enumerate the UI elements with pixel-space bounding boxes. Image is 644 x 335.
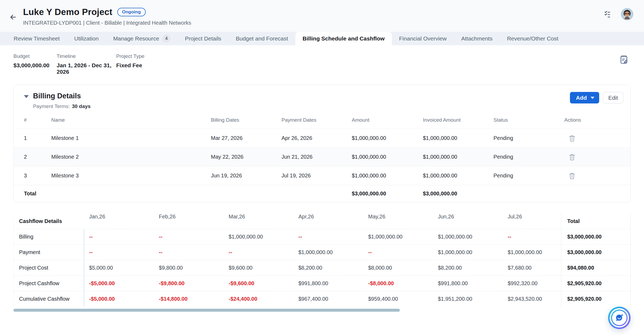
tab-manage-resource[interactable]: Manage Resource4	[106, 32, 178, 45]
billing-details-card: Billing Details Payment Terms:30 days Ad…	[13, 85, 631, 202]
row-number: 1	[24, 135, 51, 141]
cashflow-value: $967,400.00	[293, 291, 363, 307]
cashflow-value: $1,951,200.00	[433, 291, 502, 307]
invoiced-amount: $1,000,000.00	[423, 154, 493, 160]
cashflow-value: $2,943,520.00	[502, 291, 561, 307]
payment-date: Jun 21, 2026	[281, 154, 352, 160]
tab-financial-overview[interactable]: Financial Overview	[392, 32, 454, 45]
tab-label: Financial Overview	[399, 35, 447, 42]
table-row: 2Milestone 2May 22, 2026Jun 21, 2026$1,0…	[14, 147, 630, 166]
payment-terms: Payment Terms:30 days	[33, 103, 91, 109]
delete-row-button[interactable]	[568, 134, 576, 142]
ai-chat-sparkle-icon	[614, 313, 624, 323]
month-header: Apr,26	[293, 214, 363, 229]
cashflow-value: --	[502, 229, 561, 244]
avatar[interactable]	[621, 8, 633, 20]
project-meta-row: Budget $3,000,000.00 Timeline Jan 1, 202…	[13, 45, 631, 75]
total-amount: $3,000,000.00	[352, 191, 423, 197]
cashflow-value: $992,320.00	[502, 276, 561, 291]
tab-revenue-other-cost[interactable]: Revenue/Other Cost	[500, 32, 565, 45]
budget-label: Budget	[13, 53, 57, 59]
fab-ring-inner	[611, 310, 628, 326]
cashflow-value: $959,400.00	[363, 291, 433, 307]
meta-budget: Budget $3,000,000.00	[13, 53, 57, 75]
col-billing-dates: Billing Dates	[211, 117, 281, 123]
tab-utilization[interactable]: Utilization	[67, 32, 106, 45]
edit-button[interactable]: Edit	[603, 92, 623, 103]
cashflow-value: $9,600.00	[223, 260, 293, 276]
tab-label: Utilization	[74, 35, 99, 42]
status: Pending	[493, 173, 564, 179]
chevron-down-icon	[591, 97, 594, 99]
tab-billing-schedule-and-cashflow[interactable]: Billing Schedule and Cashflow	[295, 32, 392, 45]
billing-date: May 22, 2026	[211, 154, 281, 160]
tasks-button[interactable]	[604, 9, 613, 19]
cashflow-value: $8,200.00	[293, 260, 363, 276]
status-badge: Ongoing	[117, 8, 146, 16]
arrow-left-icon	[9, 13, 17, 21]
table-row: 3Milestone 3Jun 19, 2026Jul 19, 2026$1,0…	[14, 166, 630, 185]
tab-label: Review Timesheet	[14, 35, 60, 42]
ai-assistant-button[interactable]	[608, 307, 631, 329]
cashflow-row: Cumulative Cashflow-$5,000.00-$14,800.00…	[14, 291, 631, 307]
cashflow-value: $7,680.00	[502, 260, 561, 276]
tab-count-badge: 4	[162, 35, 170, 43]
project-type-label: Project Type	[116, 53, 144, 59]
tab-review-timesheet[interactable]: Review Timesheet	[6, 32, 67, 45]
cashflow-total-value: $3,000,000.00	[561, 229, 631, 244]
payment-terms-label: Payment Terms:	[33, 103, 70, 109]
cashflow-row: Project Cost$5,000.00$9,800.00$9,600.00$…	[14, 260, 631, 276]
cashflow-total-value: $94,080.00	[561, 260, 631, 276]
collapse-caret-icon[interactable]	[24, 95, 29, 98]
cashflow-body: Billing----$1,000,000.00--$1,000,000.00$…	[14, 229, 631, 307]
milestone-name: Milestone 2	[51, 154, 211, 160]
cashflow-value: $1,000,000.00	[293, 245, 363, 260]
checklist-icon	[604, 9, 613, 19]
table-row: 1Milestone 1Mar 27, 2026Apr 26, 2026$1,0…	[14, 129, 630, 147]
cashflow-value: --	[293, 229, 363, 244]
col-status: Status	[493, 117, 564, 123]
page-title: Luke Y Demo Project	[23, 7, 112, 17]
row-number: 3	[24, 173, 51, 179]
total-label: Total	[24, 191, 51, 197]
month-header: Jun,26	[433, 214, 502, 229]
col-payment-dates: Payment Dates	[281, 117, 352, 123]
actions-cell	[564, 153, 630, 161]
fab-ring	[610, 308, 629, 327]
col-invoiced-amount: Invoiced Amount	[423, 117, 493, 123]
add-button[interactable]: Add	[570, 92, 599, 103]
delete-row-button[interactable]	[568, 172, 576, 180]
timeline-label: Timeline	[57, 53, 116, 59]
tab-attachments[interactable]: Attachments	[454, 32, 500, 45]
cashflow-value: --	[84, 229, 153, 244]
notes-button[interactable]	[619, 54, 629, 65]
cashflow-value: $991,800.00	[433, 276, 502, 291]
status: Pending	[493, 154, 564, 160]
clipboard-edit-icon	[619, 54, 629, 65]
month-header: Jul,26	[502, 214, 561, 229]
cashflow-row-label: Payment	[14, 245, 84, 260]
payment-terms-value: 30 days	[72, 103, 91, 109]
payment-date: Apr 26, 2026	[281, 135, 352, 141]
cashflow-value: $8,200.00	[433, 260, 502, 276]
trash-icon	[568, 172, 576, 180]
timeline-value: Jan 1, 2026 - Dec 31, 2026	[57, 62, 116, 75]
avatar-image	[621, 8, 633, 20]
delete-row-button[interactable]	[568, 153, 576, 161]
cashflow-value: -$9,800.00	[153, 276, 223, 291]
tab-budget-and-forecast[interactable]: Budget and Forecast	[229, 32, 295, 45]
horizontal-scrollbar-thumb[interactable]	[13, 309, 400, 312]
meta-timeline: Timeline Jan 1, 2026 - Dec 31, 2026	[57, 53, 116, 75]
meta-project-type: Project Type Fixed Fee	[116, 53, 144, 75]
cashflow-value: --	[153, 229, 223, 244]
cashflow-value: $1,000,000.00	[433, 229, 502, 244]
main-content: Budget $3,000,000.00 Timeline Jan 1, 202…	[0, 45, 644, 312]
amount: $1,000,000.00	[352, 135, 423, 141]
tab-project-details[interactable]: Project Details	[178, 32, 228, 45]
cashflow-table: Cashflow Details Jan,26Feb,26Mar,26Apr,2…	[13, 214, 631, 307]
back-button[interactable]	[9, 9, 17, 26]
tab-label: Budget and Forecast	[236, 35, 288, 42]
cashflow-value: -$14,800.00	[153, 291, 223, 307]
cashflow-title: Cashflow Details	[14, 214, 84, 229]
cashflow-value: $1,000,000.00	[363, 229, 433, 244]
